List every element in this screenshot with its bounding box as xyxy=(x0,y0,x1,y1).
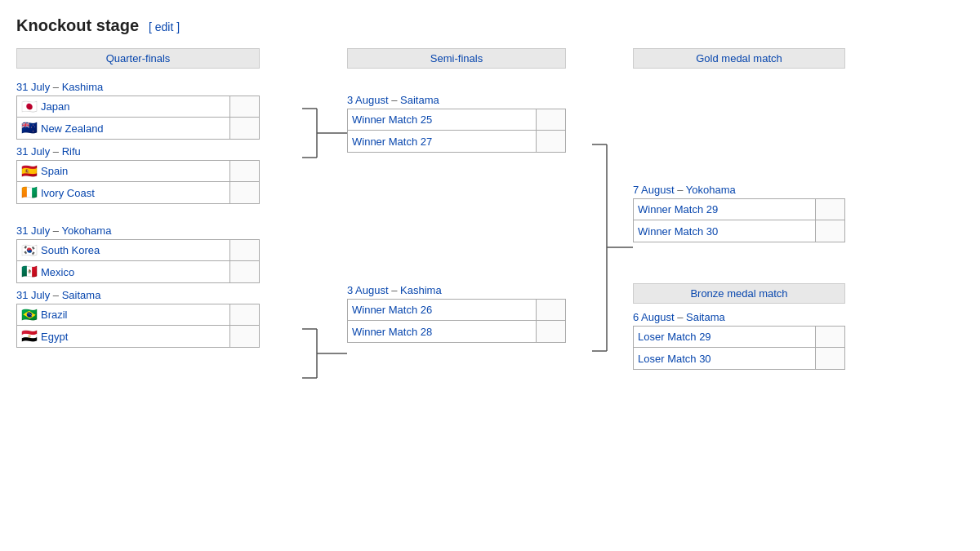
page-title: Knockout stage [ edit ] xyxy=(16,16,964,35)
semifinals-section: Semi-finals 3 August – Saitama Winner Ma… xyxy=(347,48,592,343)
gm-match-team-2: Winner Match 30 xyxy=(634,220,844,242)
sf-venue-1: 3 August – Saitama xyxy=(347,93,592,106)
bronze-header: Bronze medal match xyxy=(633,283,845,304)
sf-match-2-team-2: Winner Match 28 xyxy=(348,321,565,342)
qf-venue-1: 31 July – Kashima xyxy=(16,80,302,93)
qf-match-4: 🇧🇷Brazil 🇪🇬Egypt xyxy=(16,304,260,348)
sf-venue-2: 3 August – Kashima xyxy=(347,283,592,296)
bronze-venue: 6 August – Saitama xyxy=(633,310,870,323)
qf-match-2-team-1: 🇪🇸Spain xyxy=(17,161,259,182)
qf-match-3-team-1: 🇰🇷South Korea xyxy=(17,240,259,261)
qf-venue-3: 31 July – Yokohama xyxy=(16,224,302,237)
qf-match-1-team-1: 🇯🇵Japan xyxy=(17,96,259,118)
gm-header: Gold medal match xyxy=(633,48,845,69)
sf-match-1: Winner Match 25 Winner Match 27 xyxy=(347,109,566,153)
qf-match-1-team-2: 🇳🇿New Zealand xyxy=(17,118,259,139)
qf-match-1: 🇯🇵Japan 🇳🇿New Zealand xyxy=(16,96,260,140)
edit-link[interactable]: [ edit ] xyxy=(149,20,180,33)
sf-match-2: Winner Match 26 Winner Match 28 xyxy=(347,299,566,343)
sf-match-2-team-1: Winner Match 26 xyxy=(348,300,565,321)
qf-venue-4: 31 July – Saitama xyxy=(16,288,302,301)
qf-match-2-team-2: 🇨🇮Ivory Coast xyxy=(17,182,259,203)
qf-match-3-team-2: 🇲🇽Mexico xyxy=(17,261,259,282)
quarterfinals-section: Quarter-finals 31 July – Kashima 🇯🇵Japan… xyxy=(16,48,302,348)
qf-match-2: 🇪🇸Spain 🇨🇮Ivory Coast xyxy=(16,160,260,204)
bronze-section: Bronze medal match 6 August – Saitama Lo… xyxy=(633,283,870,370)
qf-venue-2: 31 July – Rifu xyxy=(16,144,302,158)
sf-match-1-team-1: Winner Match 25 xyxy=(348,109,565,131)
qf-sf-connector xyxy=(302,76,347,509)
bronze-match-team-2: Loser Match 30 xyxy=(634,348,844,369)
gm-match: Winner Match 29 Winner Match 30 xyxy=(633,198,845,242)
sf-match-1-team-2: Winner Match 27 xyxy=(348,131,565,152)
bracket-container: Quarter-finals 31 July – Kashima 🇯🇵Japan… xyxy=(16,48,964,509)
gm-venue: 7 August – Yokohama xyxy=(633,183,870,196)
gm-match-team-1: Winner Match 29 xyxy=(634,199,844,220)
sf-gm-connector xyxy=(592,76,633,509)
bronze-match-team-1: Loser Match 29 xyxy=(634,327,844,348)
qf-match-4-team-2: 🇪🇬Egypt xyxy=(17,326,259,347)
sf-header: Semi-finals xyxy=(347,48,566,69)
qf-match-4-team-1: 🇧🇷Brazil xyxy=(17,304,259,326)
qf-match-3: 🇰🇷South Korea 🇲🇽Mexico xyxy=(16,239,260,283)
bronze-match: Loser Match 29 Loser Match 30 xyxy=(633,326,845,370)
qf-header: Quarter-finals xyxy=(16,48,260,69)
finals-section: Gold medal match 7 August – Yokohama Win… xyxy=(633,48,870,370)
